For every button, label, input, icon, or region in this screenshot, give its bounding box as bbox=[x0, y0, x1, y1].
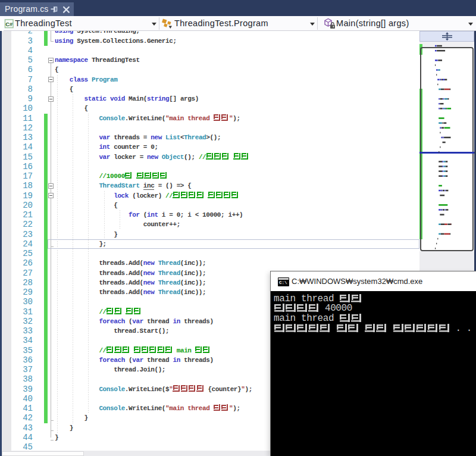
svg-text:C#: C# bbox=[5, 21, 13, 27]
